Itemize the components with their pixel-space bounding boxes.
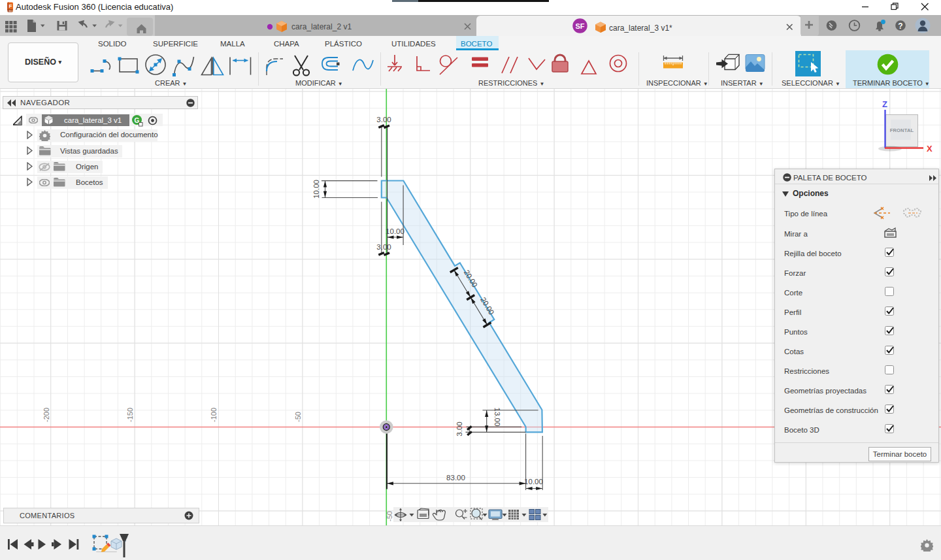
svg-text:13.00: 13.00	[493, 408, 501, 427]
svg-text:F: F	[9, 3, 12, 9]
svg-text:-50: -50	[386, 511, 393, 521]
svg-text:-150: -150	[126, 408, 134, 422]
svg-text:10.00: 10.00	[386, 227, 404, 235]
svg-text:X: X	[927, 144, 933, 154]
svg-text:3.00: 3.00	[376, 116, 391, 124]
svg-text:SF: SF	[575, 22, 584, 30]
svg-text:10.00: 10.00	[312, 180, 320, 199]
svg-text:360: 360	[8, 10, 12, 12]
svg-text:83.00: 83.00	[446, 474, 465, 482]
svg-text:-200: -200	[42, 408, 50, 422]
svg-text:Z: Z	[882, 99, 887, 109]
svg-text:3.00: 3.00	[376, 243, 391, 251]
svg-text:cara_lateral_3 v1*: cara_lateral_3 v1*	[609, 24, 672, 33]
svg-text:-100: -100	[210, 408, 218, 422]
svg-text:10.00: 10.00	[524, 478, 543, 486]
svg-text:3.00: 3.00	[455, 421, 463, 436]
svg-text:?: ?	[898, 22, 902, 31]
svg-text:cara_lateral_2 v1: cara_lateral_2 v1	[291, 22, 352, 31]
svg-text:-50: -50	[294, 412, 302, 422]
